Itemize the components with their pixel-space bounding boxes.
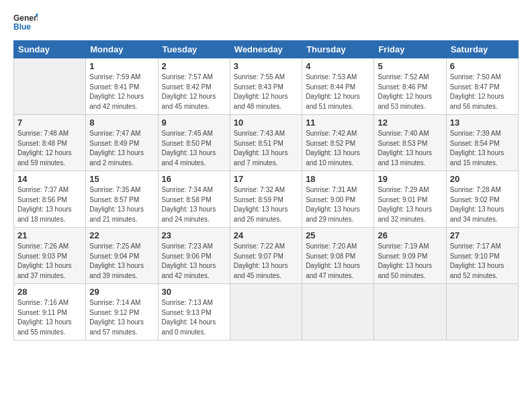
day-info: Sunrise: 7:23 AMSunset: 9:06 PMDaylight:… bbox=[162, 242, 226, 281]
calendar-day-cell: 10Sunrise: 7:43 AMSunset: 8:51 PMDayligh… bbox=[230, 115, 302, 171]
day-info: Sunrise: 7:29 AMSunset: 9:01 PMDaylight:… bbox=[378, 185, 442, 224]
day-number: 24 bbox=[234, 230, 298, 240]
calendar-day-cell: 18Sunrise: 7:31 AMSunset: 9:00 PMDayligh… bbox=[302, 171, 374, 228]
weekday-header-cell: Thursday bbox=[302, 41, 374, 58]
svg-text:General: General bbox=[13, 13, 38, 23]
day-number: 30 bbox=[162, 287, 226, 297]
calendar-day-cell: 2Sunrise: 7:57 AMSunset: 8:42 PMDaylight… bbox=[158, 58, 230, 115]
day-info: Sunrise: 7:59 AMSunset: 8:41 PMDaylight:… bbox=[89, 73, 154, 111]
calendar-day-cell bbox=[302, 284, 374, 340]
weekday-header-cell: Monday bbox=[86, 41, 158, 58]
day-number: 4 bbox=[306, 61, 370, 71]
day-info: Sunrise: 7:31 AMSunset: 9:00 PMDaylight:… bbox=[306, 185, 370, 224]
day-info: Sunrise: 7:35 AMSunset: 8:57 PMDaylight:… bbox=[89, 185, 154, 224]
calendar-table: SundayMondayTuesdayWednesdayThursdayFrid… bbox=[13, 40, 519, 340]
calendar-day-cell: 8Sunrise: 7:47 AMSunset: 8:49 PMDaylight… bbox=[86, 115, 158, 171]
weekday-header-cell: Saturday bbox=[446, 41, 518, 58]
day-number: 22 bbox=[89, 230, 154, 240]
day-number: 11 bbox=[306, 118, 370, 128]
day-info: Sunrise: 7:39 AMSunset: 8:54 PMDaylight:… bbox=[450, 129, 515, 168]
calendar-day-cell: 7Sunrise: 7:48 AMSunset: 8:48 PMDaylight… bbox=[14, 115, 86, 171]
day-number: 18 bbox=[306, 174, 370, 184]
day-info: Sunrise: 7:13 AMSunset: 9:13 PMDaylight:… bbox=[162, 298, 226, 337]
day-number: 21 bbox=[17, 230, 82, 240]
calendar-day-cell: 14Sunrise: 7:37 AMSunset: 8:56 PMDayligh… bbox=[14, 171, 86, 228]
calendar-day-cell: 23Sunrise: 7:23 AMSunset: 9:06 PMDayligh… bbox=[158, 228, 230, 284]
day-number: 6 bbox=[450, 61, 515, 71]
calendar-day-cell bbox=[14, 58, 86, 115]
day-number: 20 bbox=[450, 174, 515, 184]
day-number: 27 bbox=[450, 230, 515, 240]
day-number: 3 bbox=[234, 61, 298, 71]
day-number: 14 bbox=[17, 174, 82, 184]
day-info: Sunrise: 7:53 AMSunset: 8:44 PMDaylight:… bbox=[306, 73, 370, 111]
day-info: Sunrise: 7:34 AMSunset: 8:58 PMDaylight:… bbox=[162, 185, 226, 224]
day-info: Sunrise: 7:42 AMSunset: 8:52 PMDaylight:… bbox=[306, 129, 370, 168]
calendar-day-cell: 20Sunrise: 7:28 AMSunset: 9:02 PMDayligh… bbox=[446, 171, 518, 228]
day-info: Sunrise: 7:19 AMSunset: 9:09 PMDaylight:… bbox=[378, 242, 442, 281]
calendar-day-cell: 28Sunrise: 7:16 AMSunset: 9:11 PMDayligh… bbox=[14, 284, 86, 340]
day-number: 12 bbox=[378, 118, 442, 128]
calendar-day-cell: 19Sunrise: 7:29 AMSunset: 9:01 PMDayligh… bbox=[374, 171, 446, 228]
day-number: 28 bbox=[17, 287, 82, 297]
day-number: 10 bbox=[234, 118, 298, 128]
calendar-day-cell: 5Sunrise: 7:52 AMSunset: 8:46 PMDaylight… bbox=[374, 58, 446, 115]
day-info: Sunrise: 7:43 AMSunset: 8:51 PMDaylight:… bbox=[234, 129, 298, 168]
weekday-header-row: SundayMondayTuesdayWednesdayThursdayFrid… bbox=[14, 41, 519, 58]
logo: General Blue bbox=[13, 11, 38, 35]
calendar-day-cell: 25Sunrise: 7:20 AMSunset: 9:08 PMDayligh… bbox=[302, 228, 374, 284]
day-number: 1 bbox=[89, 61, 154, 71]
calendar-day-cell: 30Sunrise: 7:13 AMSunset: 9:13 PMDayligh… bbox=[158, 284, 230, 340]
day-info: Sunrise: 7:45 AMSunset: 8:50 PMDaylight:… bbox=[162, 129, 226, 168]
day-info: Sunrise: 7:14 AMSunset: 9:12 PMDaylight:… bbox=[89, 298, 154, 337]
day-number: 25 bbox=[306, 230, 370, 240]
calendar-day-cell bbox=[374, 284, 446, 340]
calendar-week-row: 28Sunrise: 7:16 AMSunset: 9:11 PMDayligh… bbox=[14, 284, 519, 340]
svg-text:Blue: Blue bbox=[13, 22, 31, 32]
day-info: Sunrise: 7:26 AMSunset: 9:03 PMDaylight:… bbox=[17, 242, 82, 281]
calendar-day-cell: 15Sunrise: 7:35 AMSunset: 8:57 PMDayligh… bbox=[86, 171, 158, 228]
weekday-header-cell: Sunday bbox=[14, 41, 86, 58]
day-info: Sunrise: 7:20 AMSunset: 9:08 PMDaylight:… bbox=[306, 242, 370, 281]
day-number: 15 bbox=[89, 174, 154, 184]
calendar-week-row: 21Sunrise: 7:26 AMSunset: 9:03 PMDayligh… bbox=[14, 228, 519, 284]
calendar-week-row: 14Sunrise: 7:37 AMSunset: 8:56 PMDayligh… bbox=[14, 171, 519, 228]
day-info: Sunrise: 7:16 AMSunset: 9:11 PMDaylight:… bbox=[17, 298, 82, 337]
calendar-day-cell: 16Sunrise: 7:34 AMSunset: 8:58 PMDayligh… bbox=[158, 171, 230, 228]
calendar-day-cell: 9Sunrise: 7:45 AMSunset: 8:50 PMDaylight… bbox=[158, 115, 230, 171]
day-number: 5 bbox=[378, 61, 442, 71]
logo-svg: General Blue bbox=[13, 11, 38, 35]
calendar-day-cell: 1Sunrise: 7:59 AMSunset: 8:41 PMDaylight… bbox=[86, 58, 158, 115]
day-number: 29 bbox=[89, 287, 154, 297]
calendar-day-cell: 4Sunrise: 7:53 AMSunset: 8:44 PMDaylight… bbox=[302, 58, 374, 115]
day-number: 9 bbox=[162, 118, 226, 128]
day-number: 7 bbox=[17, 118, 82, 128]
calendar-day-cell: 21Sunrise: 7:26 AMSunset: 9:03 PMDayligh… bbox=[14, 228, 86, 284]
day-info: Sunrise: 7:48 AMSunset: 8:48 PMDaylight:… bbox=[17, 129, 82, 168]
calendar-day-cell: 17Sunrise: 7:32 AMSunset: 8:59 PMDayligh… bbox=[230, 171, 302, 228]
calendar-day-cell bbox=[446, 284, 518, 340]
day-number: 2 bbox=[162, 61, 226, 71]
calendar-day-cell: 26Sunrise: 7:19 AMSunset: 9:09 PMDayligh… bbox=[374, 228, 446, 284]
day-info: Sunrise: 7:22 AMSunset: 9:07 PMDaylight:… bbox=[234, 242, 298, 281]
day-info: Sunrise: 7:37 AMSunset: 8:56 PMDaylight:… bbox=[17, 185, 82, 224]
day-number: 17 bbox=[234, 174, 298, 184]
calendar-body: 1Sunrise: 7:59 AMSunset: 8:41 PMDaylight… bbox=[14, 58, 519, 340]
calendar-day-cell: 3Sunrise: 7:55 AMSunset: 8:43 PMDaylight… bbox=[230, 58, 302, 115]
day-number: 26 bbox=[378, 230, 442, 240]
calendar-week-row: 1Sunrise: 7:59 AMSunset: 8:41 PMDaylight… bbox=[14, 58, 519, 115]
weekday-header-cell: Friday bbox=[374, 41, 446, 58]
page-header: General Blue bbox=[13, 11, 519, 35]
calendar-day-cell: 24Sunrise: 7:22 AMSunset: 9:07 PMDayligh… bbox=[230, 228, 302, 284]
day-number: 23 bbox=[162, 230, 226, 240]
calendar-day-cell: 29Sunrise: 7:14 AMSunset: 9:12 PMDayligh… bbox=[86, 284, 158, 340]
day-info: Sunrise: 7:32 AMSunset: 8:59 PMDaylight:… bbox=[234, 185, 298, 224]
calendar-day-cell: 22Sunrise: 7:25 AMSunset: 9:04 PMDayligh… bbox=[86, 228, 158, 284]
weekday-header-cell: Tuesday bbox=[158, 41, 230, 58]
day-number: 8 bbox=[89, 118, 154, 128]
day-info: Sunrise: 7:52 AMSunset: 8:46 PMDaylight:… bbox=[378, 73, 442, 111]
calendar-day-cell: 12Sunrise: 7:40 AMSunset: 8:53 PMDayligh… bbox=[374, 115, 446, 171]
calendar-day-cell bbox=[230, 284, 302, 340]
day-info: Sunrise: 7:40 AMSunset: 8:53 PMDaylight:… bbox=[378, 129, 442, 168]
day-info: Sunrise: 7:17 AMSunset: 9:10 PMDaylight:… bbox=[450, 242, 515, 281]
